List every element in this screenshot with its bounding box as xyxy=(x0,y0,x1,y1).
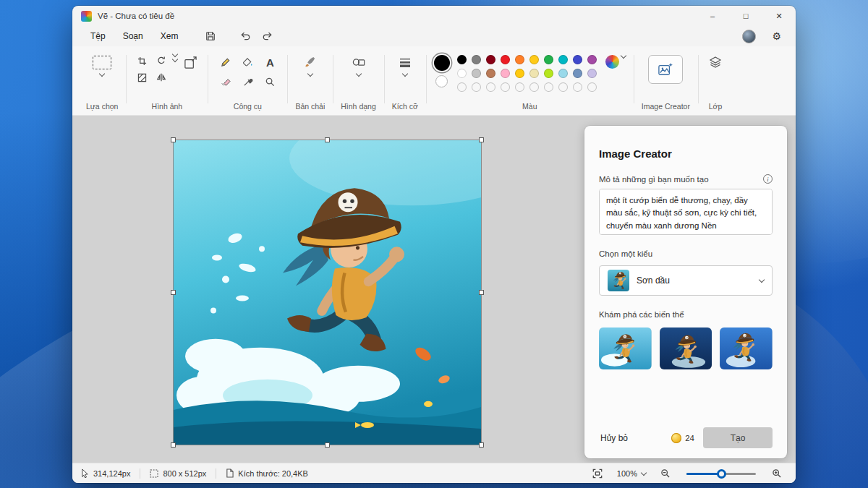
selection-handle[interactable] xyxy=(171,290,176,295)
group-selection: Lựa chọn xyxy=(78,48,126,115)
color-swatch[interactable] xyxy=(587,82,597,92)
zoom-in-button[interactable] xyxy=(767,466,787,481)
color-swatch[interactable] xyxy=(457,82,467,92)
selection-handle[interactable] xyxy=(171,137,176,142)
selection-handle[interactable] xyxy=(479,442,484,448)
zoom-slider[interactable] xyxy=(686,468,756,479)
crop-button[interactable] xyxy=(134,53,150,68)
selection-handle[interactable] xyxy=(171,442,176,448)
color-swatch[interactable] xyxy=(558,69,568,78)
color-swatch[interactable] xyxy=(457,69,467,78)
color-swatch[interactable] xyxy=(529,55,539,64)
color-swatch[interactable] xyxy=(529,69,539,78)
titlebar: Vẽ - Chưa có tiêu đề – □ ✕ xyxy=(72,6,796,26)
size-button[interactable] xyxy=(396,53,414,71)
variant-thumbnail-1[interactable] xyxy=(599,328,652,369)
color-swatch[interactable] xyxy=(472,82,481,92)
color-swatch[interactable] xyxy=(573,82,582,92)
create-button[interactable]: Tạo xyxy=(703,427,773,448)
menu-view[interactable]: Xem xyxy=(153,29,187,43)
chevron-down-icon[interactable] xyxy=(99,71,105,77)
brushes-button[interactable] xyxy=(301,53,320,71)
color-swatch[interactable] xyxy=(544,69,553,78)
color2-swatch[interactable] xyxy=(435,75,448,87)
zoom-level-text: 100% xyxy=(617,469,637,478)
zoom-level-dropdown[interactable]: 100% xyxy=(613,467,650,480)
save-button[interactable] xyxy=(200,28,221,44)
shapes-button[interactable] xyxy=(349,53,368,71)
color-swatch[interactable] xyxy=(486,69,495,78)
user-avatar[interactable] xyxy=(742,30,756,43)
zoom-out-button[interactable] xyxy=(655,466,676,481)
chevron-down-icon[interactable] xyxy=(307,71,313,77)
hatch-pattern-button[interactable] xyxy=(134,70,150,85)
minimize-button[interactable]: – xyxy=(696,6,729,26)
color-swatch[interactable] xyxy=(573,69,582,78)
settings-gear-icon[interactable]: ⚙ xyxy=(765,30,788,42)
ribbon: Lựa chọn xyxy=(72,46,796,116)
color-swatch[interactable] xyxy=(501,82,510,92)
canvas-area[interactable]: Image Creator Mô tả những gì bạn muốn tạ… xyxy=(72,116,796,463)
color-swatch[interactable] xyxy=(486,82,495,92)
resize-image-button[interactable] xyxy=(181,53,200,71)
redo-button[interactable] xyxy=(257,28,277,44)
selected-image[interactable] xyxy=(174,140,481,445)
group-shapes: Hình dạng xyxy=(333,48,383,115)
color1-selected-swatch[interactable] xyxy=(434,55,450,71)
selection-handle[interactable] xyxy=(479,137,484,142)
zoom-in-icon xyxy=(772,468,782,479)
fill-tool-button[interactable] xyxy=(238,53,257,71)
chevron-down-icon[interactable] xyxy=(621,53,626,59)
selection-handle[interactable] xyxy=(325,137,330,142)
color-swatch[interactable] xyxy=(529,82,539,92)
selection-handle[interactable] xyxy=(325,442,330,448)
window-title: Vẽ - Chưa có tiêu đề xyxy=(98,12,174,20)
color-swatch[interactable] xyxy=(486,55,495,64)
magnifier-tool-button[interactable] xyxy=(260,73,279,90)
cancel-button[interactable]: Hủy bỏ xyxy=(599,430,629,446)
prompt-input[interactable]: một ít cướp biển dễ thương, chạy, đầy mà… xyxy=(599,189,773,235)
color-swatch[interactable] xyxy=(472,69,481,78)
pencil-tool-button[interactable] xyxy=(216,53,234,71)
file-size-text: Kích thước: 20,4KB xyxy=(238,469,308,478)
color-wheel-icon[interactable] xyxy=(605,55,619,69)
maximize-button[interactable]: □ xyxy=(729,6,762,26)
color-swatch[interactable] xyxy=(587,69,597,78)
color-swatch[interactable] xyxy=(515,69,524,78)
color-swatch[interactable] xyxy=(558,55,568,64)
color-swatch[interactable] xyxy=(544,55,553,64)
color-swatch[interactable] xyxy=(558,82,568,92)
chevron-down-icon[interactable] xyxy=(402,71,408,77)
color-swatch[interactable] xyxy=(515,55,524,64)
color-swatch[interactable] xyxy=(515,82,524,92)
color-swatch[interactable] xyxy=(501,55,510,64)
panel-footer: Hủy bỏ 24 Tạo xyxy=(599,427,773,448)
color-swatch[interactable] xyxy=(501,69,510,78)
chevron-down-icon[interactable] xyxy=(172,56,178,62)
color-swatch[interactable] xyxy=(472,55,481,64)
selection-handle[interactable] xyxy=(479,290,484,295)
color-picker-tool-button[interactable] xyxy=(238,73,257,90)
color-swatch[interactable] xyxy=(587,55,597,64)
close-button[interactable]: ✕ xyxy=(762,6,796,26)
style-dropdown[interactable]: Sơn dầu xyxy=(599,265,773,296)
menu-file[interactable]: Tệp xyxy=(82,29,114,43)
selection-tool-button[interactable] xyxy=(93,53,111,71)
rotate-button[interactable] xyxy=(153,53,169,68)
info-icon[interactable]: i xyxy=(763,174,773,184)
layers-button[interactable] xyxy=(706,53,725,71)
zoom-slider-thumb[interactable] xyxy=(717,469,726,479)
text-tool-button[interactable]: A xyxy=(260,53,279,71)
image-creator-button[interactable] xyxy=(648,55,683,84)
chevron-down-icon[interactable] xyxy=(355,71,361,77)
variant-thumbnail-3[interactable] xyxy=(720,328,773,369)
color-swatch[interactable] xyxy=(573,55,582,64)
menu-edit[interactable]: Soạn xyxy=(115,29,151,43)
flip-button[interactable] xyxy=(153,70,169,85)
eraser-tool-button[interactable] xyxy=(216,73,234,90)
variant-thumbnail-2[interactable] xyxy=(660,328,712,369)
color-swatch[interactable] xyxy=(457,55,467,64)
zoom-fit-button[interactable] xyxy=(587,466,608,481)
color-swatch[interactable] xyxy=(544,82,553,92)
undo-button[interactable] xyxy=(235,28,255,44)
